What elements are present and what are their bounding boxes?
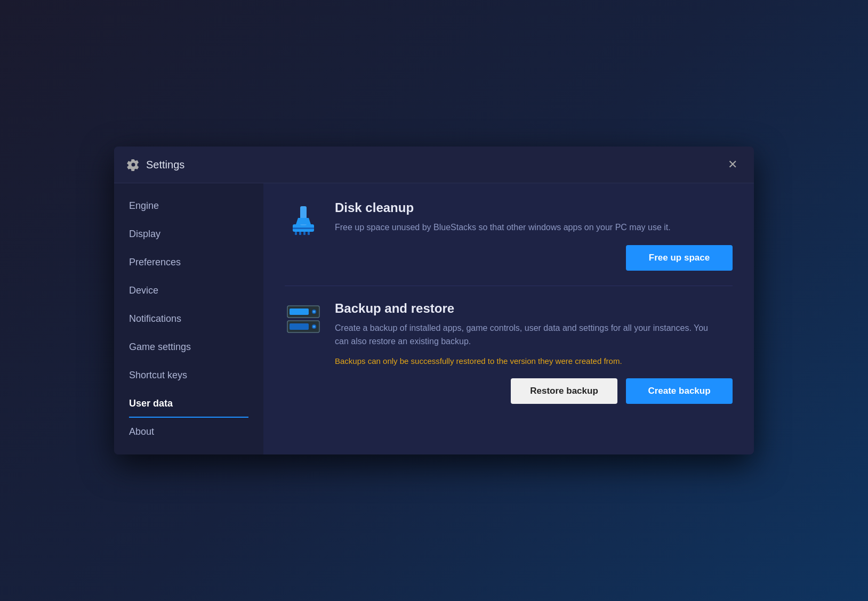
sidebar: Engine Display Preferences Device Notifi… — [114, 183, 263, 454]
svg-rect-1 — [293, 228, 314, 229]
sidebar-item-about[interactable]: About — [114, 418, 263, 446]
sidebar-item-device[interactable]: Device — [114, 277, 263, 305]
sidebar-item-preferences[interactable]: Preferences — [114, 248, 263, 277]
close-button[interactable]: ✕ — [724, 156, 741, 173]
disk-cleanup-header: Disk cleanup Free up space unused by Blu… — [285, 200, 733, 271]
svg-rect-3 — [299, 232, 301, 235]
svg-rect-10 — [290, 308, 309, 315]
disk-cleanup-body: Disk cleanup Free up space unused by Blu… — [335, 200, 733, 271]
section-divider — [285, 286, 733, 286]
create-backup-button[interactable]: Create backup — [626, 378, 733, 404]
sidebar-item-user-data[interactable]: User data — [114, 389, 263, 418]
svg-point-12 — [313, 311, 315, 313]
disk-cleanup-actions: Free up space — [335, 245, 733, 271]
backup-restore-icon — [285, 301, 322, 338]
svg-rect-4 — [303, 232, 306, 235]
backup-restore-title: Backup and restore — [335, 301, 733, 316]
svg-rect-2 — [295, 232, 297, 235]
main-content: Engine Display Preferences Device Notifi… — [114, 183, 754, 454]
disk-cleanup-title: Disk cleanup — [335, 200, 733, 215]
svg-rect-15 — [290, 323, 309, 330]
backup-restore-actions: Restore backup Create backup — [335, 378, 733, 404]
sidebar-item-notifications[interactable]: Notifications — [114, 305, 263, 333]
free-up-space-button[interactable]: Free up space — [626, 245, 733, 271]
dialog-title: Settings — [146, 159, 718, 171]
sidebar-item-display[interactable]: Display — [114, 220, 263, 248]
content-area: Disk cleanup Free up space unused by Blu… — [263, 183, 754, 454]
title-bar: Settings ✕ — [114, 147, 754, 183]
svg-point-17 — [313, 326, 315, 328]
backup-restore-header: Backup and restore Create a backup of in… — [285, 301, 733, 404]
disk-cleanup-description: Free up space unused by BlueStacks so th… — [335, 221, 708, 234]
svg-marker-7 — [296, 218, 311, 224]
svg-rect-5 — [308, 232, 310, 235]
backup-warning-text: Backups can only be successfully restore… — [335, 355, 733, 368]
sidebar-item-shortcut-keys[interactable]: Shortcut keys — [114, 361, 263, 389]
sidebar-item-game-settings[interactable]: Game settings — [114, 333, 263, 361]
disk-cleanup-section: Disk cleanup Free up space unused by Blu… — [285, 200, 733, 271]
settings-dialog: Settings ✕ Engine Display Preferences De… — [114, 147, 754, 454]
backup-restore-body: Backup and restore Create a backup of in… — [335, 301, 733, 404]
disk-cleanup-icon — [285, 200, 322, 238]
backup-restore-section: Backup and restore Create a backup of in… — [285, 301, 733, 404]
backup-restore-description: Create a backup of installed apps, game … — [335, 321, 708, 348]
restore-backup-button[interactable]: Restore backup — [511, 378, 617, 404]
sidebar-item-engine[interactable]: Engine — [114, 192, 263, 220]
settings-gear-icon — [127, 158, 140, 171]
